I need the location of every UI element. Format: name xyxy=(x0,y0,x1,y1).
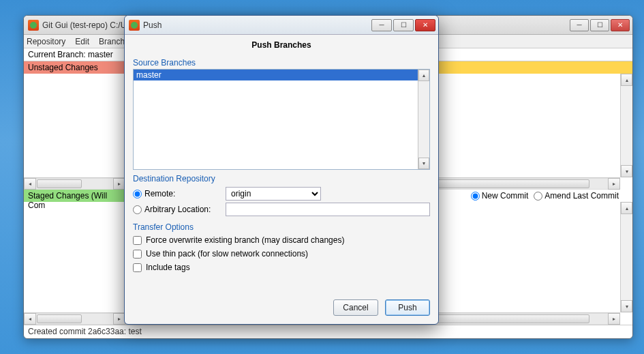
include-tags-checkbox[interactable] xyxy=(133,263,142,272)
app-icon xyxy=(28,20,39,31)
hscroll-track[interactable] xyxy=(36,313,113,325)
menu-branch[interactable]: Branch xyxy=(99,37,125,46)
scroll-up-icon[interactable]: ▴ xyxy=(621,74,632,86)
unstaged-changes-header: Unstaged Changes xyxy=(24,61,126,74)
scroll-left-icon[interactable]: ◂ xyxy=(24,313,36,325)
hscroll-thumb[interactable] xyxy=(37,314,82,323)
msg-vscroll[interactable]: ▴ ▾ xyxy=(620,202,632,312)
list-item[interactable]: master xyxy=(134,70,418,80)
cancel-button[interactable]: Cancel xyxy=(333,299,378,316)
unstaged-list[interactable]: ◂ ▸ xyxy=(24,74,126,190)
dialog-minimize-button[interactable]: ─ xyxy=(371,19,392,31)
force-overwrite-checkbox[interactable] xyxy=(133,236,142,245)
thin-pack-checkbox[interactable] xyxy=(133,250,142,259)
minimize-button[interactable]: ─ xyxy=(570,19,589,31)
current-branch-label: Current Branch: xyxy=(28,50,88,59)
dialog-close-button[interactable]: ✕ xyxy=(415,19,435,31)
close-button[interactable]: ✕ xyxy=(611,19,630,31)
menu-edit[interactable]: Edit xyxy=(75,37,89,46)
scroll-up-icon[interactable]: ▴ xyxy=(418,70,429,81)
push-button[interactable]: Push xyxy=(385,299,430,316)
list-vscroll[interactable]: ▴ ▾ xyxy=(418,70,429,169)
force-overwrite-label: Force overwrite existing branch (may dis… xyxy=(146,235,344,245)
transfer-options-label: Transfer Options xyxy=(133,222,430,232)
new-commit-radio[interactable]: New Commit xyxy=(471,191,529,201)
arbitrary-location-input[interactable] xyxy=(226,203,430,216)
scroll-right-icon[interactable]: ▸ xyxy=(608,313,620,325)
hscroll-track[interactable] xyxy=(36,178,113,190)
dialog-titlebar[interactable]: Push ─ ☐ ✕ xyxy=(125,16,438,35)
source-branches-label: Source Branches xyxy=(133,58,430,68)
menu-repository[interactable]: Repository xyxy=(27,37,65,46)
scroll-down-icon[interactable]: ▾ xyxy=(418,158,429,169)
remote-radio[interactable]: Remote: xyxy=(133,189,221,198)
thin-pack-label: Use thin pack (for slow network connecti… xyxy=(146,249,308,259)
scroll-down-icon[interactable]: ▾ xyxy=(621,165,632,177)
source-branches-list[interactable]: master ▴ ▾ xyxy=(133,69,430,170)
scroll-up-icon[interactable]: ▴ xyxy=(621,202,632,214)
scroll-right-icon[interactable]: ▸ xyxy=(608,178,620,190)
destination-repo-label: Destination Repository xyxy=(133,174,430,183)
statusbar: Created commit 2a6c33aa: test xyxy=(24,325,632,338)
dialog-maximize-button[interactable]: ☐ xyxy=(393,19,414,31)
scroll-down-icon[interactable]: ▾ xyxy=(621,300,632,312)
push-dialog: Push ─ ☐ ✕ Push Branches Source Branches… xyxy=(124,15,439,325)
diff-vscroll[interactable]: ▴ ▾ xyxy=(620,74,632,177)
current-branch-name: master xyxy=(88,50,113,59)
arbitrary-radio[interactable]: Arbitrary Location: xyxy=(133,205,221,214)
remote-select[interactable]: origin xyxy=(226,187,321,201)
maximize-button[interactable]: ☐ xyxy=(590,19,609,31)
dialog-heading: Push Branches xyxy=(133,40,430,50)
dialog-icon xyxy=(129,20,140,31)
hscroll-thumb[interactable] xyxy=(37,179,82,188)
staged-list[interactable]: ◂ ▸ xyxy=(24,202,126,325)
scroll-left-icon[interactable]: ◂ xyxy=(24,178,36,190)
amend-commit-radio[interactable]: Amend Last Commit xyxy=(534,191,619,201)
include-tags-label: Include tags xyxy=(146,263,190,272)
staged-changes-header: Staged Changes (Will Com xyxy=(24,190,126,202)
dialog-title: Push xyxy=(143,20,162,30)
